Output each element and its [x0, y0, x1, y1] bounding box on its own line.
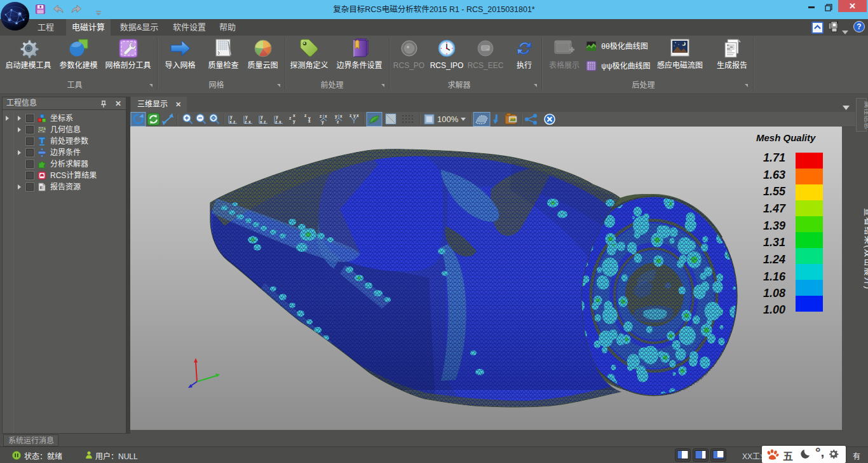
svg-text:y: y	[335, 114, 337, 119]
svg-text:100%: 100%	[437, 114, 459, 124]
svg-text:x: x	[260, 120, 262, 124]
svg-text:x: x	[229, 120, 232, 124]
svg-text:z: z	[337, 120, 339, 124]
svg-text:z: z	[349, 113, 352, 118]
svg-text:x: x	[325, 114, 327, 118]
svg-text:z: z	[320, 114, 322, 118]
svg-text:y: y	[276, 114, 278, 120]
svg-text:x: x	[308, 119, 311, 123]
svg-text:x: x	[293, 113, 295, 118]
svg-text:属性信息: 属性信息	[864, 101, 868, 129]
svg-text:x: x	[356, 113, 359, 118]
svg-text:x: x	[279, 120, 281, 124]
svg-text:y: y	[353, 113, 356, 118]
svg-text:查看结果(双击展开): 查看结果(双击展开)	[864, 208, 868, 290]
svg-text:y: y	[261, 114, 263, 120]
svg-text:z: z	[304, 113, 307, 118]
svg-text:y: y	[322, 120, 324, 125]
svg-text:y: y	[245, 114, 248, 120]
svg-text:y: y	[230, 114, 233, 120]
svg-text:z: z	[289, 116, 292, 120]
svg-text:y: y	[293, 119, 295, 124]
svg-text:x: x	[248, 120, 251, 124]
svg-text:x: x	[340, 114, 342, 118]
